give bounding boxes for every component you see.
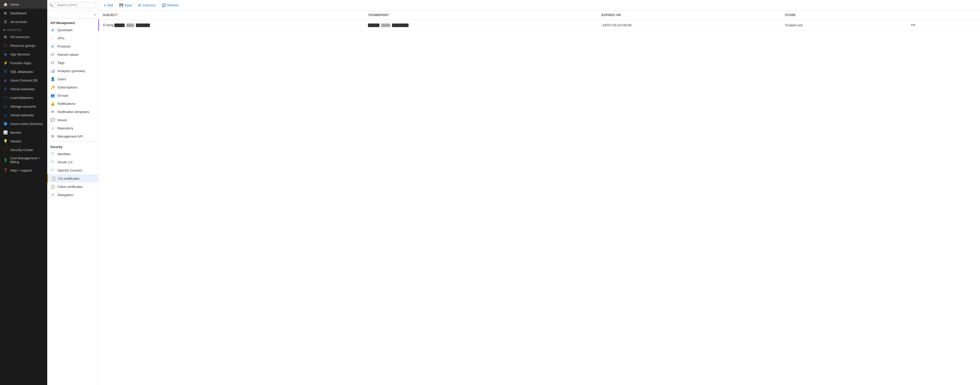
search-icon: 🔍 [49,3,53,7]
advisor-icon: 💡 [3,139,8,144]
certificates-table: SUBJECT THUMBPRINT EXPIRES ON STORE E=pi… [98,11,980,31]
menu-item-issues[interactable]: 💬 Issues [47,116,98,124]
collapse-button[interactable]: « [47,11,98,19]
resource-groups-icon: ⬡ [3,43,8,48]
sidebar: 🏠 Home ⊞ Dashboard ☰ All services ★ FAVO… [0,0,47,385]
menu-item-notifications[interactable]: 🔔 Notifications [47,99,98,108]
menu-item-subscriptions[interactable]: 🔑 Subscriptions [47,83,98,91]
app-services-icon: ◈ [3,52,8,56]
menu-item-repository[interactable]: ◇ Repository [47,124,98,132]
table-area: SUBJECT THUMBPRINT EXPIRES ON STORE E=pi… [98,11,980,385]
menu-item-label: APIs [57,36,64,40]
expires-on-text: -18T07:04:10+00:00 [601,23,631,27]
columns-button[interactable]: ⊞ Columns [135,2,158,8]
cost-management-icon: 💲 [3,158,8,162]
menu-item-quickstart[interactable]: ◈ Quickstart [47,26,98,34]
sidebar-item-label: Load balancers [10,96,33,100]
virtual-networks-icon: ◎ [3,113,8,117]
identities-icon: 🛡 [50,152,55,156]
sidebar-item-all-resources[interactable]: ⊞ All resources [0,32,47,41]
users-icon: 👤 [50,77,55,81]
cell-more-actions[interactable]: ••• [905,20,980,31]
sidebar-item-app-services[interactable]: ◈ App Services [0,50,47,59]
menu-item-client-certificates[interactable]: 📋 Client certificates [47,182,98,191]
more-actions-button[interactable]: ••• [910,22,917,28]
sidebar-item-azure-ad[interactable]: 🔷 Azure Active Directory [0,120,47,128]
sidebar-item-virtual-networks[interactable]: ◎ Virtual networks [0,111,47,120]
sidebar-item-all-services[interactable]: ☰ All services [0,18,47,26]
menu-item-label: Delegation [57,193,73,197]
menu-item-ca-certificates[interactable]: 📋 CA certificates [47,174,98,182]
menu-item-label: Identities [57,152,71,156]
redacted-thumb-2 [381,24,390,27]
search-bar: 🔍 [47,0,98,11]
sidebar-item-function-apps[interactable]: ⚡ Function Apps [0,59,47,67]
menu-item-label: Quickstart [57,28,73,32]
col-actions [905,11,980,20]
menu-item-apis[interactable]: → APIs [47,34,98,42]
menu-item-label: Products [57,45,70,48]
quickstart-icon: ◈ [50,28,55,32]
sidebar-item-label: App Services [10,53,30,56]
sidebar-item-cost-management[interactable]: 💲 Cost Management + Billing [0,154,47,166]
col-expires-on: EXPIRES ON [597,11,781,20]
sidebar-item-label: Monitor [10,131,21,134]
refresh-icon: 🔄 [162,3,166,7]
menu-item-tags[interactable]: 🏷 Tags [47,59,98,67]
notification-templates-icon: ✉ [50,109,55,114]
sidebar-item-monitor[interactable]: 📊 Monitor [0,128,47,137]
sidebar-item-home[interactable]: 🏠 Home [0,0,47,9]
col-store: STORE [781,11,905,20]
save-icon: 💾 [119,3,123,7]
refresh-button[interactable]: 🔄 Refresh [159,2,181,8]
menu-item-named-values[interactable]: 🏷 Named values [47,50,98,59]
load-balancers-icon: ⬡ [3,95,8,100]
save-button[interactable]: 💾 Save [117,2,135,8]
sidebar-item-label: All resources [10,35,29,39]
menu-item-openid[interactable]: 🛡 OpenID Connect [47,166,98,174]
sidebar-item-label: Security Center [10,148,33,152]
menu-item-label: OpenID Connect [57,168,82,172]
notifications-icon: 🔔 [50,101,55,106]
cosmos-db-icon: ◉ [3,78,8,83]
sidebar-item-help-support[interactable]: ❓ Help + support [0,166,47,175]
favorites-section-label: ★ FAVORITES [0,26,47,32]
sidebar-item-azure-cosmos[interactable]: ◉ Azure Cosmos DB [0,76,47,85]
sidebar-item-load-balancers[interactable]: ⬡ Load balancers [0,93,47,102]
sidebar-item-virtual-machines[interactable]: 🖥 Virtual machines [0,85,47,93]
menu-item-delegation[interactable]: ↗ Delegation [47,191,98,199]
separator [47,141,98,142]
groups-icon: 👥 [50,93,55,97]
delegation-icon: ↗ [50,192,55,197]
cell-subject: E=ping [99,20,364,31]
menu-item-users[interactable]: 👤 Users [47,75,98,83]
menu-item-label: OAuth 2.0 [57,160,73,164]
sidebar-item-label: Cost Management + Billing [10,156,44,164]
menu-item-label: Groups [57,94,68,97]
menu-item-notification-templates[interactable]: ✉ Notification templates [47,108,98,116]
menu-item-oauth2[interactable]: 🛡 OAuth 2.0 [47,158,98,166]
sidebar-item-storage-accounts[interactable]: 🗃 Storage accounts [0,102,47,111]
menu-item-products[interactable]: ⊞ Products [47,42,98,50]
search-input[interactable] [55,2,96,8]
sidebar-item-label: Home [10,3,19,6]
cell-thumbprint [364,20,597,31]
menu-item-identities[interactable]: 🛡 Identities [47,150,98,158]
menu-item-analytics[interactable]: 📊 Analytics (preview) [47,67,98,75]
sidebar-item-sql-databases[interactable]: 🗄 SQL databases [0,67,47,76]
redacted-subject-1 [115,24,125,27]
menu-item-groups[interactable]: 👥 Groups [47,91,98,99]
redacted-thumb-3 [392,24,409,27]
sidebar-item-security-center[interactable]: 🛡 Security Center [0,145,47,154]
sidebar-item-label: Virtual machines [10,87,35,91]
apis-icon: → [50,36,55,40]
issues-icon: 💬 [50,118,55,122]
col-subject: SUBJECT [99,11,364,20]
sidebar-item-label: Storage accounts [10,105,36,109]
sidebar-item-advisor[interactable]: 💡 Advisor [0,137,47,145]
sidebar-item-dashboard[interactable]: ⊞ Dashboard [0,9,47,18]
sidebar-item-resource-groups[interactable]: ⬡ Resource groups [0,41,47,50]
repository-icon: ◇ [50,126,55,130]
add-button[interactable]: + Add [101,2,116,8]
menu-item-management-api[interactable]: ⚙ Management API [47,132,98,141]
